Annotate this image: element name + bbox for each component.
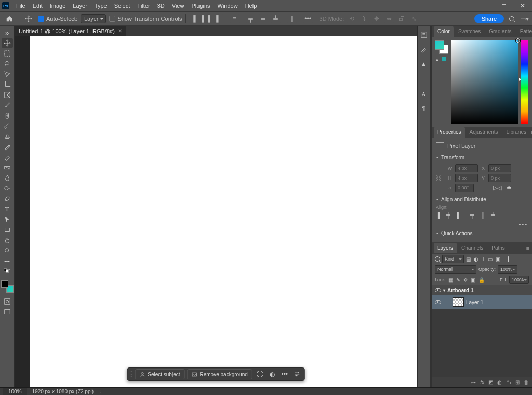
tab-patterns[interactable]: Patterns [516,26,532,37]
layer-name[interactable]: Layer 1 [466,299,483,305]
marquee-tool[interactable] [2,49,13,58]
blur-tool[interactable] [2,173,13,183]
height-input[interactable]: 4 px [455,174,478,182]
more-align-options-icon[interactable]: ••• [436,221,528,227]
filter-toggle-icon[interactable]: ⏽ [506,256,511,262]
document-info[interactable]: 1920 px x 1080 px (72 ppi) [32,389,94,394]
frame-tool[interactable] [2,90,13,100]
delete-layer-icon[interactable]: 🗑 [524,379,529,385]
tab-paths[interactable]: Paths [488,243,509,253]
lasso-tool[interactable] [2,59,13,69]
history-panel-icon[interactable] [419,30,429,39]
eraser-tool[interactable] [2,153,13,162]
more-options-icon[interactable]: ••• [303,14,313,23]
pen-tool[interactable] [2,194,13,203]
lock-artboard-icon[interactable]: ▣ [471,277,475,283]
visibility-icon[interactable] [435,288,441,292]
share-button[interactable]: Share [474,14,504,23]
visibility-icon[interactable] [435,300,441,304]
type-tool[interactable]: T [2,205,13,214]
zoom-tool[interactable] [2,246,13,255]
layer-row[interactable]: Layer 1 [432,295,532,309]
y-input[interactable]: 0 px [488,174,511,182]
lock-pixels-icon[interactable]: ✎ [456,277,460,283]
move-tool[interactable] [2,38,13,48]
flip-horizontal-icon[interactable]: ▷◁ [493,185,501,192]
layer-mask-icon[interactable]: ◩ [488,379,493,385]
more-icon[interactable]: ••• [280,369,290,379]
hand-tool[interactable] [2,236,13,245]
align-top-icon[interactable]: ╤ [470,212,477,219]
panel-menu-icon[interactable]: ≡ [524,245,532,251]
link-wh-icon[interactable]: ⛓ [436,175,442,181]
tab-libraries[interactable]: Libraries [503,127,530,138]
artboard-name[interactable]: Artboard 1 [447,288,474,293]
close-button[interactable]: ✕ [513,0,532,11]
adjustment-icon[interactable]: ◐ [267,369,277,379]
color-field-handle[interactable] [516,38,520,43]
gamut-warning-icon[interactable]: ▲ [419,59,429,69]
gamut-warning-icon[interactable]: ▲ [435,57,440,62]
quickmask-icon[interactable] [2,297,13,306]
hue-slider[interactable] [521,40,528,124]
tab-properties[interactable]: Properties [434,127,465,138]
layer-filter-kind[interactable]: Kind [442,255,464,263]
flip-vertical-icon[interactable]: ≛ [507,185,511,192]
maximize-button[interactable]: ◻ [495,0,513,11]
path-select-tool[interactable] [2,215,13,224]
align-right-icon[interactable]: ▌ [457,212,464,219]
clone-stamp-tool[interactable] [2,132,13,141]
lock-all-icon[interactable]: 🔒 [478,277,485,283]
tab-layers[interactable]: Layers [434,243,457,253]
fill-input[interactable]: 100% [509,276,529,284]
web-color-icon[interactable] [442,57,446,61]
lock-position-icon[interactable]: ✥ [463,277,468,283]
foreground-color[interactable] [1,280,8,288]
width-input[interactable]: 4 px [455,164,478,172]
distribute-icon[interactable]: ≡ [230,14,240,23]
layer-effects-icon[interactable]: fx [480,379,484,385]
transform-icon[interactable]: ⛶ [255,369,265,379]
workspace-switcher-icon[interactable]: ▭▾ [520,14,529,23]
tool-preset-picker[interactable] [22,13,35,24]
tab-channels[interactable]: Channels [458,243,487,253]
filter-smart-icon[interactable]: ▣ [496,256,500,262]
menu-help[interactable]: Help [242,0,261,11]
paragraph-panel-icon[interactable]: ¶ [419,104,429,113]
artboard-row[interactable]: ▾ Artboard 1 [432,285,532,295]
filter-shape-icon[interactable]: ▭ [488,256,493,262]
color-field[interactable] [451,40,518,124]
menu-file[interactable]: File [12,0,29,11]
menu-layer[interactable]: Layer [69,0,91,11]
menu-edit[interactable]: Edit [29,0,46,11]
brush-tool[interactable] [2,121,13,131]
align-middle-v-icon[interactable]: ╪ [259,14,268,23]
tab-color[interactable]: Color [434,26,454,37]
distribute-v-icon[interactable]: ‖ [287,14,297,23]
screenmode-icon[interactable] [2,307,13,317]
edit-toolbar-icon[interactable]: ••• [2,256,13,266]
menu-filter[interactable]: Filter [134,0,153,11]
transform-section-header[interactable]: Transform [436,152,528,162]
document-tab[interactable]: Untitled-1 @ 100% (Layer 1, RGB/8#) ✕ [15,26,126,36]
close-tab-icon[interactable]: ✕ [118,28,122,34]
filter-type-icon[interactable]: T [482,256,485,262]
menu-window[interactable]: Window [214,0,242,11]
show-transform-checkbox[interactable] [109,16,115,22]
history-brush-tool[interactable] [2,142,13,152]
align-right-icon[interactable]: ▌ [214,14,223,23]
menu-image[interactable]: Image [46,0,70,11]
new-adjustment-icon[interactable]: ◐ [497,379,502,385]
chevron-down-icon[interactable]: ▾ [443,288,445,293]
color-wells[interactable] [1,280,14,293]
gradient-tool[interactable] [2,163,13,172]
select-subject-button[interactable]: Select subject [135,369,184,379]
align-bottom-icon[interactable]: ╧ [271,14,281,23]
canvas[interactable] [30,36,417,387]
properties-icon[interactable] [292,369,302,379]
align-left-icon[interactable]: ▐ [189,14,198,23]
dodge-tool[interactable] [2,184,13,193]
quick-actions-section-header[interactable]: Quick Actions [436,227,528,238]
remove-background-button[interactable]: Remove background [187,369,252,379]
layer-tree[interactable]: ▾ Artboard 1 Layer 1 [432,285,532,377]
